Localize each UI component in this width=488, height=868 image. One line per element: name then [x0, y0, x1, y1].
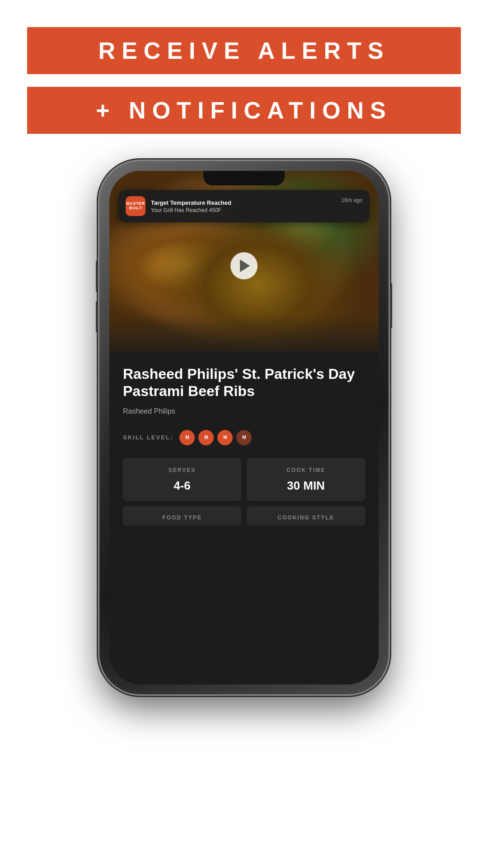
skill-icon-1-text: M	[185, 435, 189, 440]
notification-app-icon: MASTER BUILT	[126, 196, 145, 216]
power-button	[389, 283, 392, 328]
recipe-author: Rasheed Philips	[123, 407, 365, 415]
notification-banner: MASTER BUILT Target Temperature Reached …	[118, 190, 370, 222]
notification-title: Target Temperature Reached	[151, 199, 341, 206]
serves-card: SERVES 4-6	[123, 458, 241, 501]
skill-level-label: SKILL LEVEL:	[123, 434, 173, 441]
play-button[interactable]	[230, 252, 258, 279]
cook-time-card: COOK TIME 30 MIN	[247, 458, 365, 501]
receive-alerts-banner: RECEIVE ALERTS	[27, 27, 461, 74]
skill-icon-4: M	[236, 430, 252, 445]
skill-icon-4-text: M	[242, 435, 246, 440]
notifications-banner: + NOTIFICATIONS	[27, 87, 461, 134]
phone-mockup: MASTER BUILT Target Temperature Reached …	[99, 161, 389, 694]
bottom-labels: FOOD TYPE COOKING STYLE	[123, 506, 365, 525]
banner2-text: + NOTIFICATIONS	[96, 97, 392, 124]
play-icon	[240, 259, 250, 272]
serves-label: SERVES	[169, 467, 196, 473]
phone-notch	[203, 171, 285, 185]
notification-body: Your Grill Has Reached 450F	[151, 207, 341, 213]
notification-app-name: MASTER BUILT	[127, 202, 145, 211]
food-type-card: FOOD TYPE	[123, 506, 241, 525]
skill-icons: M M M M	[179, 430, 252, 445]
recipe-content: Rasheed Philips' St. Patrick's Day Pastr…	[109, 352, 379, 684]
banner1-text: RECEIVE ALERTS	[99, 37, 390, 64]
notification-content: Target Temperature Reached Your Grill Ha…	[151, 199, 341, 213]
cooking-style-label: COOKING STYLE	[277, 514, 334, 521]
skill-icon-2-text: M	[204, 435, 208, 440]
skill-icon-2: M	[198, 430, 214, 445]
volume-up-button	[96, 260, 99, 292]
cook-time-value: 30 MIN	[287, 479, 325, 493]
cook-time-label: COOK TIME	[286, 467, 325, 473]
volume-down-button	[96, 301, 99, 333]
stats-grid: SERVES 4-6 COOK TIME 30 MIN	[123, 458, 365, 501]
notification-time: 16m ago	[341, 196, 362, 203]
cooking-style-card: COOKING STYLE	[247, 506, 365, 525]
skill-icon-1: M	[179, 430, 195, 445]
food-type-label: FOOD TYPE	[162, 514, 202, 521]
serves-value: 4-6	[174, 479, 191, 493]
recipe-title: Rasheed Philips' St. Patrick's Day Pastr…	[123, 365, 365, 400]
skill-icon-3: M	[217, 430, 233, 445]
phone-screen: MASTER BUILT Target Temperature Reached …	[109, 171, 379, 684]
recipe-hero-image: MASTER BUILT Target Temperature Reached …	[109, 171, 379, 361]
skill-icon-3-text: M	[223, 435, 227, 440]
skill-level-row: SKILL LEVEL: M M M M	[123, 430, 365, 445]
